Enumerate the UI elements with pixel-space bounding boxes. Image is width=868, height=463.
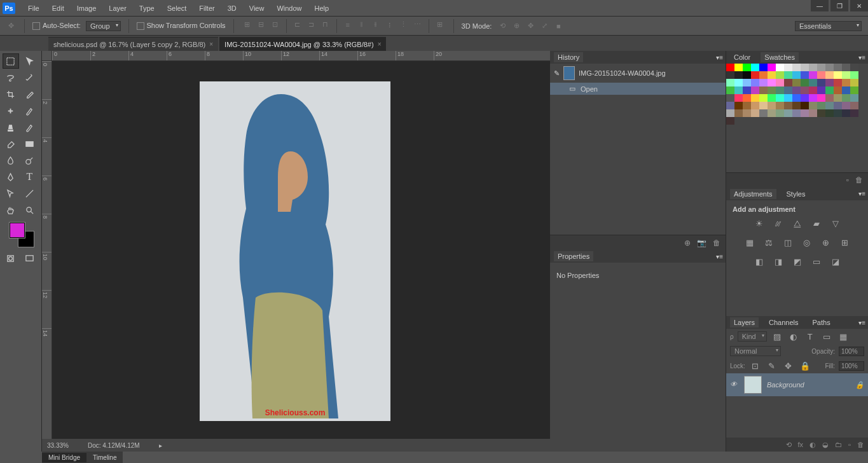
swatch[interactable] (817, 71, 825, 79)
swatch[interactable] (825, 71, 834, 79)
trash-icon[interactable]: 🗑 (713, 238, 720, 247)
distribute-icon[interactable]: ⋯ (412, 19, 424, 31)
3d-icon[interactable]: ⟲ (497, 20, 508, 32)
swatch[interactable] (726, 64, 734, 71)
adjustments-panel-header[interactable]: Adjustments Styles ▾≡ (726, 188, 868, 200)
filter-pixel-icon[interactable]: ▨ (771, 331, 783, 342)
layer-row[interactable]: 👁 Background 🔒 (726, 373, 868, 396)
swatch[interactable] (726, 117, 734, 125)
swatch[interactable] (768, 79, 776, 86)
history-step[interactable]: ▭ Open (550, 83, 726, 95)
swatch[interactable] (801, 109, 809, 117)
type-tool[interactable]: T (22, 169, 38, 184)
auto-align-icon[interactable]: ⊞ (434, 19, 446, 31)
panel-menu-icon[interactable]: ▾≡ (716, 253, 723, 260)
swatch[interactable] (825, 102, 834, 109)
swatches-tab[interactable]: Swatches (761, 52, 799, 62)
auto-select-dropdown[interactable]: Group (86, 21, 121, 31)
selective-icon[interactable]: ◪ (829, 256, 842, 268)
swatch[interactable] (842, 64, 850, 71)
menu-filter[interactable]: Filter (193, 2, 221, 15)
close-icon[interactable]: × (209, 41, 213, 48)
maximize-button[interactable]: ❐ (830, 0, 848, 11)
swatch[interactable] (734, 79, 743, 86)
swatch[interactable] (834, 94, 842, 102)
swatch[interactable] (817, 86, 825, 94)
balance-icon[interactable]: ⚖ (762, 237, 775, 249)
screenmode-tool[interactable] (22, 251, 38, 266)
distribute-icon[interactable]: ⫶ (384, 19, 396, 31)
swatch[interactable] (817, 64, 825, 71)
curves-icon[interactable]: ⧋ (791, 218, 804, 230)
exposure-icon[interactable]: ▰ (810, 218, 823, 230)
new-layer-icon[interactable]: ▫ (848, 441, 851, 448)
close-icon[interactable]: × (378, 41, 382, 48)
swatch[interactable] (776, 109, 784, 117)
quickmask-tool[interactable] (3, 251, 19, 266)
photo-filter-icon[interactable]: ◎ (801, 237, 813, 249)
bw-icon[interactable]: ◫ (782, 237, 794, 249)
document-canvas[interactable]: Sheliciouss.com (200, 81, 390, 421)
swatch[interactable] (834, 71, 842, 79)
swatch[interactable] (776, 64, 784, 71)
swatch[interactable] (759, 109, 768, 117)
gradient-map-icon[interactable]: ▭ (810, 256, 823, 268)
align-icon[interactable]: ⊏ (292, 19, 303, 31)
zoom-label[interactable]: 33.33% (47, 442, 69, 449)
channels-tab[interactable]: Channels (765, 317, 802, 328)
swatch[interactable] (817, 102, 825, 109)
color-panel-header[interactable]: Color Swatches ▾≡ (726, 51, 868, 64)
swatch[interactable] (834, 79, 842, 86)
swatch[interactable] (726, 109, 734, 117)
swatch[interactable] (784, 86, 792, 94)
swatch[interactable] (726, 79, 734, 86)
swatch[interactable] (768, 94, 776, 102)
menu-view[interactable]: View (243, 2, 271, 15)
panel-menu-icon[interactable]: ▾≡ (858, 319, 865, 326)
swatch[interactable] (801, 86, 809, 94)
swatch[interactable] (759, 94, 768, 102)
swatch[interactable] (809, 64, 817, 71)
group-icon[interactable]: 🗀 (835, 441, 842, 448)
swatch[interactable] (734, 94, 743, 102)
swatch[interactable] (834, 64, 842, 71)
swatch[interactable] (817, 94, 825, 102)
new-swatch-icon[interactable]: ▫ (846, 176, 849, 184)
swatch[interactable] (842, 79, 850, 86)
swatch[interactable] (792, 71, 801, 79)
menu-select[interactable]: Select (161, 2, 193, 15)
menu-help[interactable]: Help (308, 2, 336, 15)
swatch[interactable] (768, 86, 776, 94)
color-tab[interactable]: Color (730, 52, 754, 62)
layers-panel-header[interactable]: Layers Channels Paths ▾≡ (726, 316, 868, 329)
swatch[interactable] (743, 79, 751, 86)
paths-tab[interactable]: Paths (809, 317, 834, 328)
swatch[interactable] (842, 94, 850, 102)
swatch[interactable] (743, 71, 751, 79)
auto-select-checkbox[interactable]: Auto-Select: (32, 22, 81, 30)
swatch[interactable] (850, 79, 858, 86)
swatch[interactable] (743, 86, 751, 94)
fx-icon[interactable]: fx (798, 441, 804, 448)
distribute-icon[interactable]: ⋮ (398, 19, 410, 31)
swatch[interactable] (726, 94, 734, 102)
link-icon[interactable]: ⟲ (786, 441, 792, 449)
align-icon[interactable]: ⊞ (242, 19, 253, 31)
lock-transparent-icon[interactable]: ⊡ (749, 360, 762, 371)
levels-icon[interactable]: ⫻ (772, 218, 785, 230)
swatch[interactable] (784, 109, 792, 117)
swatch[interactable] (850, 109, 858, 117)
swatch[interactable] (792, 94, 801, 102)
swatch[interactable] (743, 109, 751, 117)
layer-name[interactable]: Background (767, 381, 804, 389)
camera-icon[interactable]: 📷 (697, 238, 706, 247)
swatch[interactable] (809, 102, 817, 109)
3d-icon[interactable]: ⤢ (539, 20, 550, 32)
fg-color[interactable] (10, 223, 25, 238)
canvas-area[interactable]: 02468101214161820 02468101214 Shelicious… (42, 51, 550, 452)
menu-3d[interactable]: 3D (221, 2, 243, 15)
swatch[interactable] (842, 86, 850, 94)
swatch[interactable] (734, 109, 743, 117)
panel-menu-icon[interactable]: ▾≡ (716, 54, 723, 61)
threshold-icon[interactable]: ◩ (791, 256, 804, 268)
